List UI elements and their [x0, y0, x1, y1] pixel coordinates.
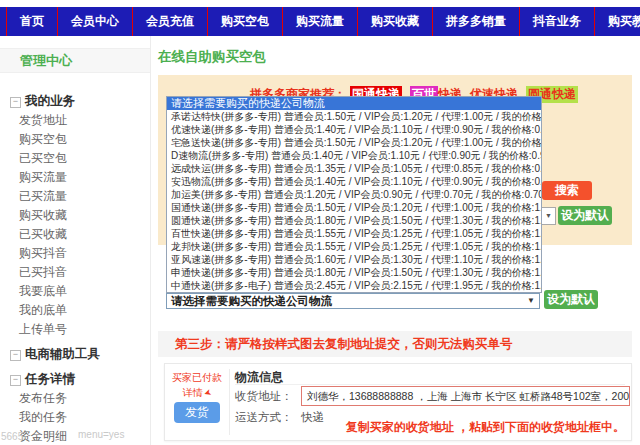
- sidebar-item-1-10[interactable]: 我要底单: [0, 282, 150, 301]
- sidebar-item-1-8[interactable]: 购买抖音: [0, 244, 150, 263]
- address-value-box: 刘德华，13688888888 ，上海 上海市 长宁区 虹桥路48号102室，2…: [301, 386, 630, 406]
- dropdown-item-10[interactable]: 百世快递(拼多多-专用) 普通会员:1.55元 / VIP会员:1.25元 / …: [167, 227, 541, 240]
- sidebar-item-3-2[interactable]: 我的任务: [0, 408, 150, 427]
- dropdown-item-5[interactable]: 远成快运(拼多多-专用) 普通会员:1.35元 / VIP会员:1.05元 / …: [167, 162, 541, 175]
- nav-item-2[interactable]: 会员中心: [58, 7, 133, 36]
- courier-dropdown: 请选择需要购买的快递公司物流承诺达特快(拼多多-专用) 普通会员:1.50元 /…: [166, 96, 542, 293]
- sidebar-item-1-7[interactable]: 已买收藏: [0, 225, 150, 244]
- sidebar-section-label: 我的业务: [25, 94, 75, 108]
- dropdown-item-6[interactable]: 安迅物流(拼多多-专用) 普通会员:1.40元 / VIP会员:1.10元 / …: [167, 175, 541, 188]
- collapse-icon[interactable]: −: [10, 375, 21, 386]
- step3-banner: 第三步：请严格按样式图去复制地址提交，否则无法购买单号: [158, 331, 632, 357]
- set-default-button-top[interactable]: 设为默认: [558, 206, 612, 225]
- page: 首页会员中心会员充值购买空包购买流量购买收藏拼多多销量抖音业务购买教程礼品代发 …: [0, 0, 640, 445]
- sidebar-item-1-9[interactable]: 已买抖音: [0, 263, 150, 282]
- search-button[interactable]: 搜索: [542, 181, 592, 200]
- sidebar-menu: −我的业务发货地址购买空包已买空包购买流量已买流量购买收藏已买收藏购买抖音已买抖…: [0, 73, 150, 445]
- nav-item-8[interactable]: 抖音业务: [520, 7, 595, 36]
- nav-item-6[interactable]: 购买收藏: [358, 7, 433, 36]
- dropdown-selected-option[interactable]: 请选择需要购买的快递公司物流: [167, 97, 541, 110]
- dropdown-item-8[interactable]: 国通快递(拼多多-专用) 普通会员:1.50元 / VIP会员:1.20元 / …: [167, 201, 541, 214]
- sidebar-item-1-4[interactable]: 购买流量: [0, 168, 150, 187]
- dropdown-item-1[interactable]: 承诺达特快(拼多多-专用) 普通会员:1.50元 / VIP会员:1.20元 /…: [167, 110, 541, 123]
- nav-item-9[interactable]: 购买教程: [595, 7, 640, 36]
- dropdown-item-2[interactable]: 优速快递(拼多多-专用) 普通会员:1.40元 / VIP会员:1.10元 / …: [167, 123, 541, 136]
- nav-item-1[interactable]: 首页: [6, 7, 58, 36]
- cursor-arrow-icon: ➤: [202, 387, 213, 399]
- copy-address-note: 复制买家的收货地址 ，粘贴到下面的收货地址框中。: [346, 419, 625, 436]
- dropdown-item-13[interactable]: 申通快递(拼多多-专用) 普通会员:1.80元 / VIP会员:1.50元 / …: [167, 266, 541, 279]
- sidebar-section-3[interactable]: −任务详情: [0, 370, 150, 389]
- courier-select-stub[interactable]: ▼: [541, 207, 556, 225]
- nav-item-4[interactable]: 购买空包: [208, 7, 283, 36]
- dropdown-item-3[interactable]: 宅急送快递(拼多多-专用) 普通会员:1.50元 / VIP会员:1.20元 /…: [167, 136, 541, 149]
- top-nav: 首页会员中心会员充值购买空包购买流量购买收藏拼多多销量抖音业务购买教程礼品代发: [0, 7, 640, 36]
- sidebar-item-1-3[interactable]: 已买空包: [0, 149, 150, 168]
- dropdown-item-4[interactable]: D速物流(拼多多-专用) 普通会员:1.40元 / VIP会员:1.10元 / …: [167, 149, 541, 162]
- detail-link[interactable]: 详情➤: [165, 386, 229, 400]
- sidebar-item-1-11[interactable]: 我的底单: [0, 301, 150, 320]
- ship-button[interactable]: 发货: [174, 402, 220, 423]
- nav-item-5[interactable]: 购买流量: [283, 7, 358, 36]
- nav-item-3[interactable]: 会员充值: [133, 7, 208, 36]
- dropdown-item-14[interactable]: 中通快递(拼多多-电子) 普通会员:2.45元 / VIP会员:2.15元 / …: [167, 279, 541, 292]
- collapse-icon[interactable]: −: [10, 97, 21, 108]
- sidebar-item-3-1[interactable]: 发布任务: [0, 389, 150, 408]
- watermark-left: 5665: [1, 431, 23, 442]
- sidebar-item-1-2[interactable]: 购买空包: [0, 130, 150, 149]
- divider: [229, 369, 230, 435]
- sidebar-item-1-6[interactable]: 购买收藏: [0, 206, 150, 225]
- page-title: 在线自助购买空包: [158, 48, 266, 66]
- sidebar-section-2[interactable]: −电商辅助工具: [0, 345, 150, 364]
- address-label: 收货地址：: [235, 389, 293, 404]
- dropdown-item-9[interactable]: 圆通快递(拼多多-专用) 普通会员:1.80元 / VIP会员:1.50元 / …: [167, 214, 541, 227]
- chevron-down-icon: ▼: [527, 294, 535, 308]
- courier-select-value: 请选择需要购买的快递公司物流: [171, 295, 332, 307]
- sidebar-section-1[interactable]: −我的业务: [0, 92, 150, 111]
- shipping-method-label: 运送方式：: [235, 410, 293, 425]
- dropdown-item-12[interactable]: 亚风速递(拼多多-专用) 普通会员:1.60元 / VIP会员:1.30元 / …: [167, 253, 541, 266]
- sidebar-item-1-12[interactable]: 上传单号: [0, 320, 150, 339]
- dropdown-item-11[interactable]: 龙邦快递(拼多多-专用) 普通会员:1.55元 / VIP会员:1.25元 / …: [167, 240, 541, 253]
- shipping-method-value: 快递: [301, 410, 324, 425]
- dropdown-item-7[interactable]: 加运美(拼多多-专用) 普通会员:1.20元 / VIP会员:0.90元 / 代…: [167, 188, 541, 201]
- sidebar-section-label: 电商辅助工具: [25, 347, 100, 361]
- sidebar-section-label: 任务详情: [25, 372, 75, 386]
- buyer-paid-label: 买家已付款: [165, 371, 229, 385]
- nav-item-7[interactable]: 拼多多销量: [433, 7, 520, 36]
- sidebar: 管理中心 −我的业务发货地址购买空包已买空包购买流量已买流量购买收藏已买收藏购买…: [0, 36, 151, 445]
- set-default-button-bottom[interactable]: 设为默认: [544, 290, 598, 309]
- address-example-card: 买家已付款 详情➤ 发货 物流信息 收货地址： 刘德华，13688888888 …: [164, 363, 632, 441]
- divider: [235, 384, 625, 385]
- courier-select[interactable]: ▼ 请选择需要购买的快递公司物流: [166, 293, 540, 309]
- sidebar-item-1-1[interactable]: 发货地址: [0, 111, 150, 130]
- collapse-icon[interactable]: −: [10, 350, 21, 361]
- sidebar-title: 管理中心: [0, 48, 150, 73]
- watermark-right: menu=yes: [78, 429, 124, 440]
- sidebar-item-1-5[interactable]: 已买流量: [0, 187, 150, 206]
